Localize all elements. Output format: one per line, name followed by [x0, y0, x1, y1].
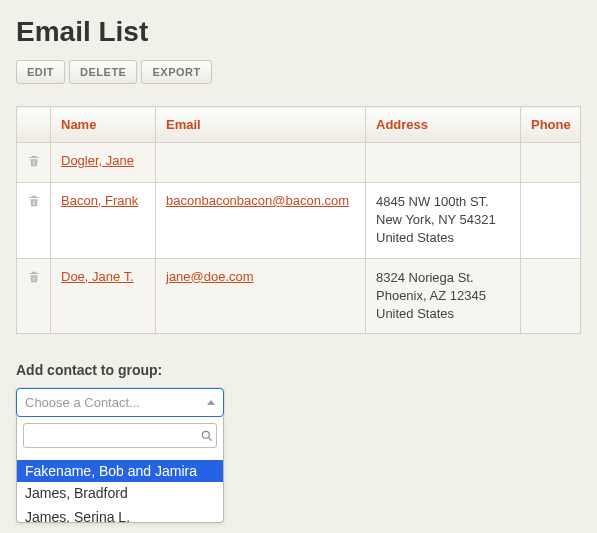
table-row: Dogler, Jane [17, 143, 581, 183]
export-button[interactable]: EXPORT [141, 60, 211, 84]
contact-phone-cell [521, 183, 581, 259]
contact-name-link[interactable]: Doe, Jane T. [61, 269, 134, 284]
page-title: Email List [16, 16, 581, 48]
column-header-name[interactable]: Name [51, 107, 156, 143]
svg-point-0 [202, 431, 209, 438]
trash-icon[interactable] [27, 153, 41, 169]
contact-name-link[interactable]: Bacon, Frank [61, 193, 138, 208]
contact-email-link[interactable]: baconbaconbacon@bacon.com [166, 193, 349, 208]
contact-email-cell [156, 143, 366, 183]
contact-select-placeholder: Choose a Contact... [25, 395, 140, 410]
add-contact-label: Add contact to group: [16, 362, 581, 378]
contact-option[interactable]: Fakename, Bob and Jamira [17, 460, 223, 482]
contact-select-trigger[interactable]: Choose a Contact... [16, 388, 224, 417]
trash-icon[interactable] [27, 269, 41, 285]
contact-address-cell: 8324 Noriega St. Phoenix, AZ 12345 Unite… [366, 258, 521, 334]
contact-search-wrap [23, 423, 217, 448]
contact-option-list: Fakename, Bob and Jamira James, Bradford… [17, 460, 223, 522]
search-icon [200, 429, 214, 443]
edit-button[interactable]: EDIT [16, 60, 65, 84]
contact-name-link[interactable]: Dogler, Jane [61, 153, 134, 168]
contact-option[interactable]: James, Serina L. [17, 504, 223, 522]
contact-address-cell: 4845 NW 100th ST. New York, NY 54321 Uni… [366, 183, 521, 259]
chevron-up-icon [207, 400, 215, 405]
contact-select-dropdown: Fakename, Bob and Jamira James, Bradford… [16, 417, 224, 523]
column-header-email[interactable]: Email [156, 107, 366, 143]
table-row: Doe, Jane T. jane@doe.com 8324 Noriega S… [17, 258, 581, 334]
contact-address-cell [366, 143, 521, 183]
contact-option[interactable]: James, Bradford [17, 482, 223, 504]
delete-button[interactable]: DELETE [69, 60, 137, 84]
trash-icon[interactable] [27, 193, 41, 209]
svg-line-1 [209, 437, 212, 440]
column-header-actions [17, 107, 51, 143]
contacts-table: Name Email Address Phone Dogler, Jane [16, 106, 581, 334]
contact-phone-cell [521, 143, 581, 183]
table-row: Bacon, Frank baconbaconbacon@bacon.com 4… [17, 183, 581, 259]
column-header-phone[interactable]: Phone [521, 107, 581, 143]
contact-email-link[interactable]: jane@doe.com [166, 269, 254, 284]
action-toolbar: EDIT DELETE EXPORT [16, 60, 581, 84]
column-header-address[interactable]: Address [366, 107, 521, 143]
contact-phone-cell [521, 258, 581, 334]
contact-select: Choose a Contact... Fakename, Bob and Ja… [16, 388, 224, 523]
contact-search-input[interactable] [28, 427, 200, 444]
